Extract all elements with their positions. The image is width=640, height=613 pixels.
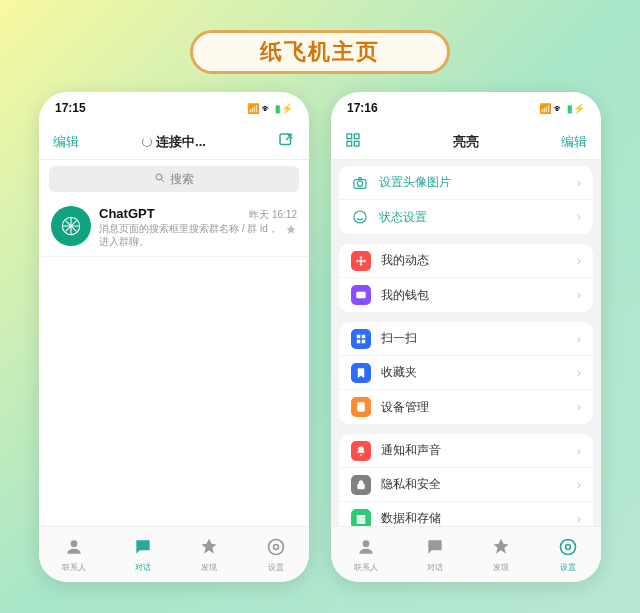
signal-icon: 📶 <box>539 103 551 114</box>
row-label: 数据和存储 <box>381 510 567 526</box>
tab-settings[interactable]: 设置 <box>558 537 578 573</box>
svg-point-34 <box>363 540 370 547</box>
settings-row-scan[interactable]: 扫一扫› <box>339 322 593 356</box>
chevron-right-icon: › <box>577 332 581 346</box>
contacts-icon <box>64 537 84 561</box>
chat-avatar <box>51 206 91 246</box>
tab-chats[interactable]: 对话 <box>425 537 445 573</box>
chat-list: ChatGPT 昨天 16:12 消息页面的搜索框里搜索群名称 / 群 id，进… <box>39 198 309 526</box>
svg-rect-26 <box>358 484 365 489</box>
chevron-right-icon: › <box>577 444 581 458</box>
star-icon <box>199 537 219 561</box>
svg-point-13 <box>360 259 363 262</box>
tab-discover[interactable]: 发现 <box>199 537 219 573</box>
row-label: 通知和声音 <box>381 442 567 459</box>
svg-rect-27 <box>357 515 365 517</box>
device-icon <box>351 397 371 417</box>
row-label: 隐私和安全 <box>381 476 567 493</box>
svg-rect-28 <box>357 518 365 520</box>
page-banner: 纸飞机主页 <box>190 30 450 74</box>
search-placeholder: 搜索 <box>170 171 194 188</box>
row-label: 设备管理 <box>381 399 567 416</box>
tab-contacts[interactable]: 联系人 <box>62 537 86 573</box>
edit-button[interactable]: 编辑 <box>53 133 83 151</box>
tab-contacts[interactable]: 联系人 <box>354 537 378 573</box>
compose-button[interactable] <box>265 131 295 152</box>
nav-bar: 编辑 连接中... <box>39 124 309 160</box>
row-label: 设置头像图片 <box>379 174 567 191</box>
svg-point-14 <box>360 256 362 258</box>
chat-snippet: 消息页面的搜索框里搜索群名称 / 群 id，进入群聊。 <box>99 222 281 248</box>
svg-rect-21 <box>362 335 365 338</box>
lock-icon <box>351 475 371 495</box>
status-bar: 17:15 📶 ᯤ ▮⚡ <box>39 92 309 124</box>
svg-point-17 <box>364 260 366 262</box>
chevron-right-icon: › <box>577 366 581 380</box>
chevron-right-icon: › <box>577 254 581 268</box>
settings-group: 扫一扫›收藏夹›设备管理› <box>339 322 593 424</box>
status-time: 17:16 <box>347 101 378 115</box>
loading-spinner-icon <box>142 137 152 147</box>
svg-point-12 <box>354 211 366 223</box>
pin-icon <box>285 222 297 240</box>
contacts-icon <box>356 537 376 561</box>
svg-rect-6 <box>347 134 352 139</box>
qr-button[interactable] <box>345 132 375 151</box>
settings-list[interactable]: 设置头像图片›状态设置›我的动态›我的钱包›扫一扫›收藏夹›设备管理›通知和声音… <box>331 160 601 526</box>
settings-row-moments[interactable]: 我的动态› <box>339 244 593 278</box>
settings-row-camera[interactable]: 设置头像图片› <box>339 166 593 200</box>
row-label: 收藏夹 <box>381 364 567 381</box>
svg-rect-23 <box>362 340 365 343</box>
status-icons: 📶 ᯤ ▮⚡ <box>539 103 585 114</box>
tab-discover[interactable]: 发现 <box>491 537 511 573</box>
wifi-icon: ᯤ <box>554 103 564 114</box>
svg-point-5 <box>268 539 283 554</box>
wallet-icon <box>351 285 371 305</box>
svg-rect-29 <box>357 521 365 523</box>
smile-icon <box>351 208 369 226</box>
tab-chats[interactable]: 对话 <box>133 537 153 573</box>
svg-rect-20 <box>357 335 360 338</box>
search-input[interactable]: 搜索 <box>49 166 299 192</box>
settings-group: 通知和声音›隐私和安全›数据和存储›外观› <box>339 434 593 526</box>
gear-icon <box>266 537 286 561</box>
edit-button[interactable]: 编辑 <box>557 133 587 151</box>
battery-icon: ▮⚡ <box>275 103 293 114</box>
chat-name: ChatGPT <box>99 206 155 221</box>
row-label: 状态设置 <box>379 209 567 226</box>
settings-group: 我的动态›我的钱包› <box>339 244 593 312</box>
moments-icon <box>351 251 371 271</box>
settings-row-bell[interactable]: 通知和声音› <box>339 434 593 468</box>
settings-row-wallet[interactable]: 我的钱包› <box>339 278 593 312</box>
gear-icon <box>558 537 578 561</box>
svg-point-4 <box>273 544 278 549</box>
status-icons: 📶 ᯤ ▮⚡ <box>247 103 293 114</box>
star-icon <box>491 537 511 561</box>
settings-row-device[interactable]: 设备管理› <box>339 390 593 424</box>
openai-icon <box>58 213 84 239</box>
settings-row-smile[interactable]: 状态设置› <box>339 200 593 234</box>
nav-title: 亮亮 <box>453 133 479 151</box>
phone-chats: 17:15 📶 ᯤ ▮⚡ 编辑 连接中... 搜索 <box>39 92 309 582</box>
row-label: 我的钱包 <box>381 287 567 304</box>
chat-icon <box>425 537 445 561</box>
camera-icon <box>351 174 369 192</box>
svg-point-35 <box>565 544 570 549</box>
wifi-icon: ᯤ <box>262 103 272 114</box>
banner-title: 纸飞机主页 <box>260 37 380 67</box>
nav-title: 连接中... <box>142 133 206 151</box>
chevron-right-icon: › <box>577 512 581 526</box>
chat-row[interactable]: ChatGPT 昨天 16:12 消息页面的搜索框里搜索群名称 / 群 id，进… <box>39 198 309 257</box>
chevron-right-icon: › <box>577 478 581 492</box>
tab-settings[interactable]: 设置 <box>266 537 286 573</box>
svg-rect-9 <box>354 141 359 146</box>
chevron-right-icon: › <box>577 176 581 190</box>
chevron-right-icon: › <box>577 210 581 224</box>
svg-point-25 <box>361 410 362 411</box>
svg-point-16 <box>357 260 359 262</box>
data-icon <box>351 509 371 527</box>
settings-row-bookmark[interactable]: 收藏夹› <box>339 356 593 390</box>
settings-row-data[interactable]: 数据和存储› <box>339 502 593 526</box>
chat-time: 昨天 16:12 <box>249 208 297 222</box>
settings-row-lock[interactable]: 隐私和安全› <box>339 468 593 502</box>
